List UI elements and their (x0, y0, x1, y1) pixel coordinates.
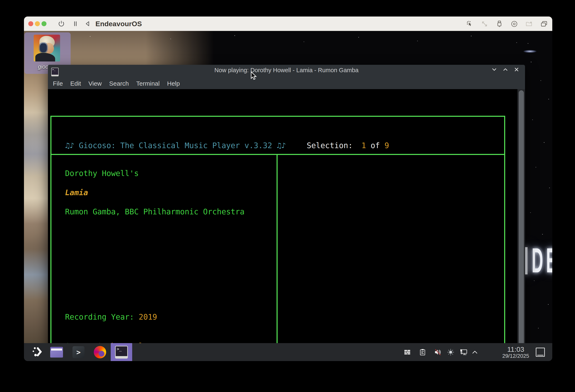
back-icon[interactable] (84, 20, 91, 27)
taskbar: > >_ (24, 343, 552, 361)
wallpaper-letter-fragment (525, 247, 527, 274)
clock-date: 29/12/2025 (502, 353, 529, 359)
clock-time: 11:03 (507, 346, 524, 353)
disc-icon[interactable] (511, 20, 518, 28)
minimize-button[interactable] (35, 21, 40, 26)
window-close-button[interactable] (513, 66, 520, 73)
updates-tray-icon[interactable] (404, 348, 411, 356)
wallpaper-letter: D (532, 243, 543, 278)
terminal-chevron-icon: > (72, 346, 84, 358)
wallpaper-galaxy (523, 50, 537, 53)
window-maximize-button[interactable] (502, 66, 508, 73)
menu-view[interactable]: View (88, 80, 102, 87)
mouse-cursor (251, 71, 258, 81)
tray-expand-chevron-icon[interactable] (471, 348, 479, 356)
scrollbar-thumb[interactable] (519, 90, 524, 348)
folder-icon (50, 347, 63, 358)
pause-icon[interactable] (72, 20, 79, 27)
scrollbar[interactable] (517, 89, 525, 357)
wallpaper-letter: E (546, 243, 552, 278)
vm-window: EndeavourOS (24, 17, 552, 361)
window-minimize-button[interactable] (491, 66, 497, 73)
window-titlebar[interactable]: >_ Now playing: Dorothy Howell - Lamia -… (48, 65, 525, 89)
menu-help[interactable]: Help (167, 80, 180, 87)
close-button[interactable] (28, 21, 33, 26)
brightness-tray-icon[interactable] (447, 348, 455, 356)
giocoso-artwork (34, 35, 60, 62)
show-desktop-button[interactable] (536, 348, 545, 357)
vm-chrome-bar: EndeavourOS (24, 17, 552, 31)
active-task-xterm[interactable]: >_ (111, 343, 132, 361)
cursor-capture-icon[interactable] (466, 20, 473, 28)
firefox-button[interactable] (92, 343, 108, 361)
firefox-icon (94, 346, 106, 358)
app-launcher-button[interactable] (30, 343, 46, 361)
composer-line: Dorothy Howell's (65, 169, 139, 178)
now-playing-box: Dorothy Howell's Lamia Rumon Gamba, BBC … (50, 154, 505, 344)
shared-folder-icon[interactable] (526, 20, 533, 28)
xterm-icon: >_ (115, 346, 128, 359)
displays-icon[interactable] (540, 20, 548, 28)
banner-box: ♫♪ Giocoso: The Classical Music Player v… (50, 116, 505, 155)
performers-line: Rumon Gamba, BBC Philharmonic Orchestra (65, 207, 244, 217)
menu-bar: File Edit View Search Terminal Help (53, 80, 180, 87)
terminal-window: >_ Now playing: Dorothy Howell - Lamia -… (48, 65, 525, 357)
wallpaper-stars (24, 31, 24, 31)
usb-icon[interactable] (496, 20, 503, 28)
menu-search[interactable]: Search (109, 80, 129, 87)
work-title: Lamia (65, 188, 88, 197)
konsole-button[interactable]: > (71, 343, 86, 361)
clipboard-tray-icon[interactable] (419, 348, 426, 356)
app-title: ♫♪ Giocoso: The Classical Music Player v… (65, 141, 286, 151)
status-selection: Selection:1 of 9 (307, 141, 454, 151)
resize-icon[interactable] (481, 20, 488, 28)
power-icon[interactable] (58, 20, 65, 27)
launcher-icon (32, 347, 44, 358)
menu-edit[interactable]: Edit (70, 80, 81, 87)
terminal-screen[interactable]: ♫♪ Giocoso: The Classical Music Player v… (48, 89, 525, 357)
zoom-button[interactable] (42, 21, 47, 26)
panel-divider (277, 155, 278, 343)
detail-year: Recording Year: 2019 (65, 312, 185, 322)
window-title: Now playing: Dorothy Howell - Lamia - Ru… (48, 67, 525, 74)
network-display-tray-icon[interactable] (459, 348, 468, 356)
menu-terminal[interactable]: Terminal (136, 80, 160, 87)
menu-file[interactable]: File (53, 80, 63, 87)
vm-title: EndeavourOS (96, 20, 142, 28)
volume-muted-tray-icon[interactable] (434, 348, 442, 356)
file-manager-button[interactable] (49, 343, 64, 361)
clock-widget[interactable]: 11:03 29/12/2025 (500, 343, 531, 361)
desktop: D E giocoso >_ Now playing: Dorothy Howe… (24, 31, 552, 361)
